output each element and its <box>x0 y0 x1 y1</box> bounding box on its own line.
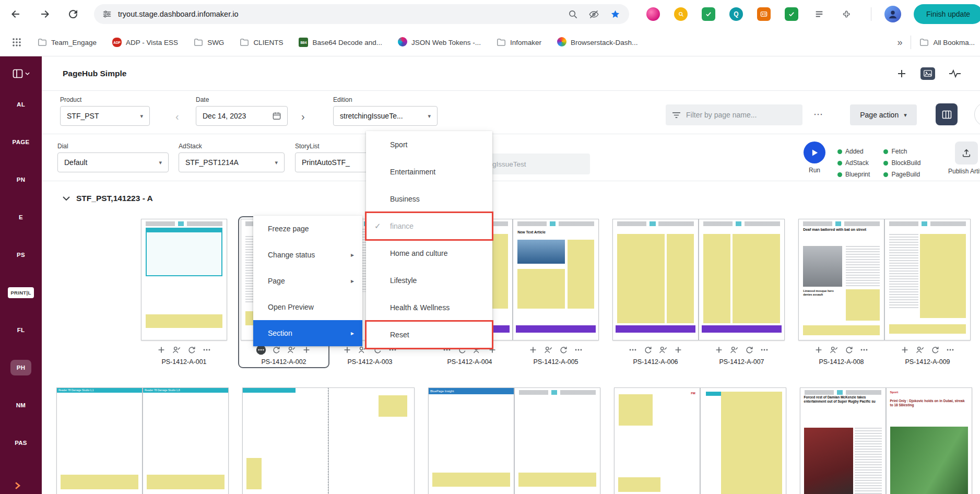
assign-user-icon[interactable] <box>829 345 839 355</box>
page-card[interactable]: PS-1412-A-009 <box>884 219 971 366</box>
section-menu-item-sport[interactable]: Sport <box>366 131 492 158</box>
section-menu-item-lifestyle[interactable]: Lifestyle <box>366 267 492 294</box>
profile-avatar[interactable] <box>884 6 901 22</box>
page-filter-input[interactable] <box>686 111 790 119</box>
bookmark-infomaker[interactable]: Infomaker <box>497 38 541 47</box>
extension-list-icon[interactable] <box>812 7 826 21</box>
add-page-icon[interactable] <box>301 345 312 355</box>
page-card[interactable]: PS-1412-A-006 <box>612 219 699 366</box>
date-next-icon[interactable]: › <box>301 111 305 123</box>
apps-grid-icon[interactable] <box>11 37 22 48</box>
page-thumbnail[interactable]: Deaf man battered with bat on streetLinw… <box>798 219 884 340</box>
search-lens-icon[interactable] <box>568 9 578 19</box>
bookmarks-overflow-icon[interactable]: » <box>897 37 902 48</box>
page-card[interactable]: BluePage Insight <box>428 387 514 494</box>
page-card[interactable]: Reader 78 Damage Studio 1,1 <box>56 387 143 494</box>
context-menu-item-page[interactable]: Page▸ <box>253 268 362 294</box>
edition-dropdown[interactable]: stretchingIssueTe... ▾ <box>333 106 438 126</box>
section-menu-item-health-wellness[interactable]: Health & Wellness <box>366 294 492 321</box>
adstack-dropdown[interactable]: STF_PST1214A ▾ <box>179 152 285 172</box>
more-options-icon[interactable] <box>573 345 584 355</box>
add-page-icon[interactable] <box>813 345 824 355</box>
sync-icon[interactable] <box>744 345 754 355</box>
page-thumbnail[interactable]: Forced rest of Damian McKenzie takes ent… <box>800 387 886 494</box>
sidebar-item-pn[interactable]: PN <box>0 161 42 198</box>
add-icon[interactable] <box>896 68 907 79</box>
page-thumbnail[interactable] <box>700 387 786 494</box>
page-thumbnail[interactable]: New Text Article <box>513 219 599 340</box>
reload-icon[interactable] <box>67 8 79 20</box>
extensions-puzzle-icon[interactable] <box>840 7 854 21</box>
section-collapse-icon[interactable] <box>63 196 70 201</box>
page-card[interactable]: Deaf man battered with bat on streetLinw… <box>798 219 884 366</box>
assign-user-icon[interactable] <box>915 345 925 355</box>
page-thumbnail[interactable] <box>699 219 785 340</box>
sidebar-item-ps[interactable]: PS <box>0 236 42 274</box>
bookmark-team-engage[interactable]: Team_Engage <box>38 38 97 47</box>
all-bookmarks-folder[interactable]: All Bookma... <box>919 38 975 47</box>
page-card[interactable]: FM <box>614 387 700 494</box>
sidebar-item-al[interactable]: AL <box>0 86 42 123</box>
assign-user-icon[interactable] <box>286 345 297 355</box>
assign-user-icon[interactable] <box>658 345 668 355</box>
image-tool-icon[interactable] <box>920 67 935 80</box>
dial-dropdown[interactable]: Default ▾ <box>57 152 169 172</box>
password-hidden-icon[interactable] <box>588 9 599 20</box>
forward-icon[interactable] <box>39 8 51 20</box>
page-card[interactable] <box>514 387 600 494</box>
bookmark-clients[interactable]: CLIENTS <box>240 38 283 47</box>
sidebar-item-page[interactable]: PAGE <box>0 123 42 161</box>
section-menu-item-entertainment[interactable]: Entertainment <box>366 158 492 185</box>
bookmark-browserstack-dash[interactable]: Browserstack-Dash... <box>557 37 637 48</box>
search-fab[interactable] <box>974 102 980 126</box>
bookmark-base64-decode-and[interactable]: B64Base64 Decode and... <box>299 38 382 48</box>
activity-icon[interactable] <box>949 69 961 78</box>
page-card[interactable]: Forced rest of Damian McKenzie takes ent… <box>800 387 886 494</box>
sidebar-item-e[interactable]: E <box>0 198 42 236</box>
sidebar-logo[interactable] <box>0 69 42 78</box>
more-options-icon[interactable] <box>759 345 770 355</box>
sidebar-item-print-l[interactable]: PRINT|L <box>0 274 42 311</box>
sidebar-item-ph[interactable]: PH <box>0 349 42 386</box>
add-page-icon[interactable] <box>528 345 538 355</box>
add-page-icon[interactable] <box>673 345 683 355</box>
sync-icon[interactable] <box>558 345 569 355</box>
extension-id-icon[interactable] <box>757 7 771 21</box>
run-button[interactable] <box>804 142 825 163</box>
sync-icon[interactable] <box>643 345 653 355</box>
assign-user-icon[interactable] <box>729 345 739 355</box>
bookmark-adp-vista-ess[interactable]: ADPADP - Vista ESS <box>112 38 178 48</box>
more-options-icon[interactable] <box>945 345 955 355</box>
context-menu-item-section[interactable]: Section▸ <box>253 320 362 346</box>
assign-user-icon[interactable] <box>171 345 182 355</box>
page-card[interactable]: New Text ArticlePS-1412-A-005 <box>513 219 599 366</box>
section-menu-item-business[interactable]: Business <box>366 185 492 213</box>
sync-icon[interactable] <box>186 345 197 355</box>
url-text[interactable]: tryout.stage.dashboard.infomaker.io <box>118 10 239 18</box>
sidebar-item-nm[interactable]: NM <box>0 386 42 424</box>
more-options-icon[interactable] <box>628 345 638 355</box>
date-picker[interactable]: Dec 14, 2023 <box>196 106 288 126</box>
page-thumbnail[interactable] <box>242 387 328 494</box>
page-thumbnail[interactable] <box>141 219 227 340</box>
page-thumbnail[interactable]: BluePage Insight <box>428 387 514 494</box>
page-thumbnail[interactable] <box>514 387 600 494</box>
finish-update-button[interactable]: Finish update <box>914 4 980 24</box>
page-thumbnail[interactable] <box>328 387 415 494</box>
context-menu-item-open-preview[interactable]: Open Preview <box>253 294 362 320</box>
product-dropdown[interactable]: STF_PST ▾ <box>60 106 150 126</box>
context-menu-item-change-status[interactable]: Change status▸ <box>253 242 362 268</box>
layout-toggle-button[interactable] <box>936 103 958 125</box>
back-icon[interactable] <box>9 8 22 20</box>
bookmark-swg[interactable]: SWG <box>194 38 224 47</box>
assign-user-icon[interactable] <box>543 345 553 355</box>
page-card[interactable] <box>242 387 328 494</box>
extension-lens-icon[interactable] <box>674 7 688 21</box>
sidebar-item-pas[interactable]: PAS <box>0 424 42 462</box>
extension-q-icon[interactable]: Q <box>729 7 743 21</box>
page-card[interactable] <box>328 387 415 494</box>
page-card[interactable] <box>700 387 786 494</box>
bookmark-star-icon[interactable] <box>610 9 621 20</box>
open-menu-icon[interactable] <box>256 345 266 355</box>
date-prev-icon[interactable]: ‹ <box>175 111 179 123</box>
